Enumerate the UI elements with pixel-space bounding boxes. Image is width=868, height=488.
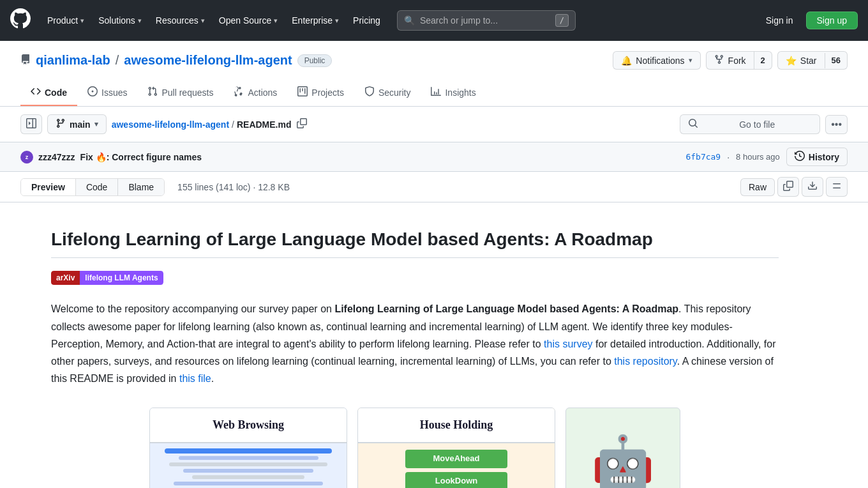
robot-image: 🤖 Robot: [565, 408, 680, 488]
paragraph-intro: Welcome to the repository accompanying o…: [51, 303, 334, 314]
history-label: History: [809, 152, 839, 162]
lines-icon: [832, 183, 842, 193]
repo-tabs: Code Issues Pull requests Actions Projec…: [20, 80, 848, 106]
chevron-solutions-icon: ▾: [138, 17, 142, 25]
main-nav: Product ▾ Solutions ▾ Resources ▾ Open S…: [41, 11, 387, 29]
breadcrumb-filename: README.md: [237, 119, 292, 130]
fork-count: 2: [754, 53, 772, 68]
notifications-button[interactable]: 🔔 Notifications ▾: [613, 51, 700, 70]
security-tab-icon: [364, 86, 375, 98]
star-button[interactable]: ⭐ Star 56: [777, 51, 848, 70]
badge-combined: arXiv lifelong LLM Agents: [51, 271, 163, 285]
nav-enterprise[interactable]: Enterprise ▾: [285, 11, 345, 29]
search-icon: 🔍: [404, 15, 415, 26]
this-repository-link[interactable]: this repository: [614, 356, 677, 367]
pull-requests-tab-icon: [147, 86, 158, 98]
download-button[interactable]: [802, 177, 823, 197]
repo-header: qianlima-lab / awesome-lifelong-llm-agen…: [0, 41, 868, 107]
download-icon: [807, 183, 818, 193]
tab-issues[interactable]: Issues: [77, 80, 137, 106]
file-info-text: 155 lines (141 loc) · 12.8 KB: [177, 182, 290, 192]
tab-code[interactable]: Code: [20, 80, 77, 106]
branch-icon: [56, 118, 66, 130]
content-images-row: Web Browsing House Holding MoveAhead Loo…: [51, 408, 779, 488]
paragraph-bold: Lifelong Learning of Large Language Mode…: [334, 303, 678, 314]
projects-tab-icon: [297, 86, 308, 98]
nav-open-source[interactable]: Open Source ▾: [213, 11, 285, 29]
search-shortcut: /: [555, 14, 569, 27]
nav-product[interactable]: Product ▾: [41, 11, 91, 29]
fork-icon: [714, 54, 724, 66]
more-icon: •••: [831, 119, 842, 130]
nav-solutions[interactable]: Solutions ▾: [92, 11, 148, 29]
copy-raw-button[interactable]: [777, 177, 799, 197]
preview-tab[interactable]: Preview: [21, 179, 76, 195]
house-holding-label: House Holding: [420, 418, 493, 431]
tab-actions[interactable]: Actions: [223, 80, 287, 106]
code-tab[interactable]: Code: [76, 179, 118, 195]
web-browsing-label: Web Browsing: [213, 418, 284, 431]
signup-button[interactable]: Sign up: [806, 11, 858, 29]
blame-tab[interactable]: Blame: [118, 179, 164, 195]
more-options-button[interactable]: •••: [825, 115, 848, 134]
fork-button[interactable]: Fork 2: [706, 51, 772, 70]
repo-type-icon: [20, 54, 31, 67]
commit-author-link[interactable]: zzz47zzz: [38, 152, 75, 162]
breadcrumb-separator: /: [232, 119, 234, 130]
view-tabs: Preview Code Blame: [20, 178, 165, 196]
commit-bar: z zzz47zzz Fix 🔥: Correct figure names 6…: [0, 142, 868, 172]
star-icon: ⭐: [786, 56, 797, 66]
goto-file-button[interactable]: Go to file: [680, 114, 820, 134]
search-placeholder-text: Search or jump to...: [420, 15, 550, 26]
repo-title-row: qianlima-lab / awesome-lifelong-llm-agen…: [20, 51, 848, 70]
tab-projects[interactable]: Projects: [287, 80, 354, 106]
badge-row: arXiv lifelong LLM Agents: [51, 271, 779, 285]
issues-tab-icon: [87, 86, 98, 98]
view-bar-right: Raw: [740, 177, 848, 197]
file-content: Lifelong Learning of Large Language Mode…: [0, 202, 830, 488]
tab-security[interactable]: Security: [354, 80, 421, 106]
commit-hash-link[interactable]: 6fb7ca9: [685, 152, 721, 162]
history-icon: [795, 151, 805, 163]
branch-selector-button[interactable]: main ▾: [47, 114, 107, 134]
tab-pull-requests[interactable]: Pull requests: [137, 80, 223, 106]
sidebar-toggle-icon: [26, 118, 36, 130]
content-paragraph: Welcome to the repository accompanying o…: [51, 300, 779, 387]
history-button[interactable]: History: [786, 148, 848, 166]
chevron-resources-icon: ▾: [201, 17, 205, 25]
goto-file-label: Go to file: [702, 119, 812, 130]
nav-pricing[interactable]: Pricing: [347, 11, 387, 29]
file-bar-right: Go to file •••: [680, 114, 848, 134]
sidebar-toggle-button[interactable]: [20, 114, 42, 134]
avatar: z: [20, 151, 33, 164]
repo-owner-link[interactable]: qianlima-lab: [36, 53, 110, 68]
repo-separator: /: [116, 53, 119, 68]
toggle-lines-button[interactable]: [826, 177, 848, 197]
raw-button[interactable]: Raw: [740, 178, 775, 196]
chevron-notifications-icon: ▾: [689, 56, 692, 65]
file-bar: main ▾ awesome-lifelong-llm-agent / READ…: [0, 107, 868, 142]
repo-name-link[interactable]: awesome-lifelong-llm-agent: [124, 53, 292, 68]
copy-path-button[interactable]: [294, 117, 310, 132]
code-tab-icon: [31, 86, 41, 98]
paragraph-end: .: [211, 373, 214, 384]
github-logo-icon[interactable]: [10, 8, 31, 33]
this-file-link[interactable]: this file: [179, 373, 211, 384]
tab-insights[interactable]: Insights: [421, 80, 486, 106]
this-survey-link[interactable]: this survey: [544, 339, 592, 349]
repo-visibility-badge: Public: [297, 54, 333, 67]
breadcrumb-repo-link[interactable]: awesome-lifelong-llm-agent: [112, 119, 229, 130]
commit-time: 8 hours ago: [736, 152, 780, 162]
nav-resources[interactable]: Resources ▾: [149, 11, 211, 29]
content-title: Lifelong Learning of Large Language Mode…: [51, 228, 779, 258]
search-bar[interactable]: 🔍 Search or jump to... /: [397, 10, 576, 31]
insights-tab-icon: [431, 86, 441, 98]
arxiv-badge-label: arXiv: [51, 271, 80, 285]
commit-dot-separator: ·: [727, 152, 730, 162]
signin-button[interactable]: Sign in: [758, 12, 801, 29]
view-bar: Preview Code Blame 155 lines (141 loc) ·…: [0, 172, 868, 202]
bell-icon: 🔔: [621, 56, 632, 66]
star-count: 56: [825, 53, 847, 68]
branch-name: main: [70, 119, 91, 130]
search-file-icon: [688, 118, 698, 130]
